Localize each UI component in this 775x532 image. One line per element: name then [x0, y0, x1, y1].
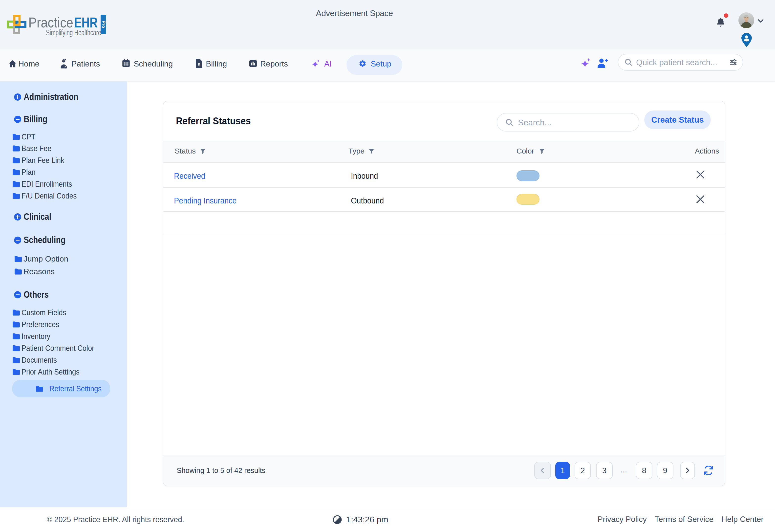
svg-text:$: $: [198, 62, 200, 67]
